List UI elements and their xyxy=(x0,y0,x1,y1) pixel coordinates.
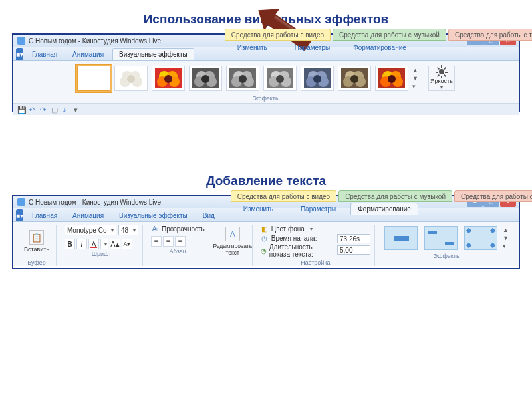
quick-access-toolbar: 💾 ↶ ↷ ▢ ♪ ▾ xyxy=(13,103,519,115)
duration-label: Длительность показа текста: xyxy=(269,243,328,258)
edit-text-icon: A xyxy=(225,227,240,241)
transparency-icon: Aᵢ xyxy=(151,225,159,233)
tab-home[interactable]: Главная xyxy=(25,209,64,221)
paint-icon: ◧ xyxy=(261,225,269,233)
panel-text: С Новым годом - Киностудия Windows Live … xyxy=(12,195,520,269)
align-left-button[interactable]: ≡ xyxy=(151,236,162,247)
heading-add-text: Добавление текста xyxy=(0,174,532,188)
group-label-settings: Настройка xyxy=(301,259,330,266)
gallery-expand[interactable]: ▾ xyxy=(412,83,420,90)
effect-original[interactable] xyxy=(152,66,185,91)
font-size-combo[interactable]: 48▾ xyxy=(118,225,138,235)
app-icon xyxy=(17,198,25,206)
tab-visual-effects[interactable]: Визуальные эффекты xyxy=(112,48,194,60)
contextual-music[interactable]: Средства для работы с музыкой xyxy=(332,29,446,41)
note-icon[interactable]: ♪ xyxy=(63,106,70,114)
bold-button[interactable]: B xyxy=(65,239,75,249)
effect-frost[interactable] xyxy=(114,66,148,91)
ribbon-tabs: ■▾ Главная Анимация Визуальные эффекты С… xyxy=(13,47,519,60)
group-label-font: Шрифт xyxy=(92,251,112,257)
tab-animation[interactable]: Анимация xyxy=(66,48,110,60)
text-effect-1[interactable] xyxy=(384,226,418,250)
increase-font-button[interactable]: A▴ xyxy=(110,239,120,249)
window-title: С Новым годом - Киностудия Windows Live xyxy=(29,37,161,45)
font-color-button[interactable]: A xyxy=(88,239,99,249)
app-menu-button[interactable]: ■▾ xyxy=(16,209,23,221)
effect-none[interactable] xyxy=(77,66,110,91)
text-effect-3[interactable] xyxy=(464,226,497,250)
brightness-button[interactable]: Яркость ▾ xyxy=(428,66,455,91)
contextual-video[interactable]: Средства для работы с видео xyxy=(225,29,331,41)
effect-warm[interactable] xyxy=(375,66,408,91)
transparency-label[interactable]: Прозрачность xyxy=(162,225,205,233)
edit-text-button[interactable]: A Редактировать текст xyxy=(217,225,248,258)
group-label-empty1 xyxy=(232,259,234,266)
effect-gray-2[interactable] xyxy=(226,66,259,91)
duration-icon: ◔ xyxy=(261,247,267,255)
text-gallery-up[interactable]: ▲ xyxy=(503,227,511,233)
contextual-text[interactable]: Средства для работы с текстом xyxy=(448,29,532,41)
effect-gray-3[interactable] xyxy=(263,66,297,91)
window-text: С Новым годом - Киностудия Windows Live … xyxy=(13,196,519,266)
font-color-expand[interactable]: ▾ xyxy=(100,239,108,249)
window-visual-effects: С Новым годом - Киностудия Windows Live … xyxy=(13,35,519,115)
window-title-2: С Новым годом - Киностудия Windows Live xyxy=(29,199,161,206)
start-time-value: 73,26s xyxy=(340,235,360,243)
subtab-edit[interactable]: Изменить xyxy=(231,203,286,215)
save-icon[interactable]: 💾 xyxy=(17,106,25,114)
start-time-input[interactable]: 73,26s xyxy=(337,234,370,243)
italic-button[interactable]: I xyxy=(76,239,87,249)
paste-button[interactable]: 📋 Вставить xyxy=(21,225,52,258)
brightness-icon xyxy=(436,66,447,76)
subtab-params[interactable]: Параметры xyxy=(288,203,348,215)
clipboard-icon: 📋 xyxy=(29,230,44,245)
tab-home[interactable]: Главная xyxy=(25,48,64,60)
ribbon-content-2: 📋 Вставить Буфер Monotype Co▾ 48▾ xyxy=(13,221,519,266)
effect-blue[interactable] xyxy=(301,66,334,91)
start-time-label: Время начала: xyxy=(271,235,317,242)
text-effect-2[interactable] xyxy=(424,226,458,250)
app-menu-button[interactable]: ■▾ xyxy=(16,48,23,60)
subtab-edit[interactable]: Изменить xyxy=(225,41,280,53)
app-icon xyxy=(17,37,25,45)
text-gallery-down[interactable]: ▼ xyxy=(503,235,511,241)
clock-icon: ◷ xyxy=(261,234,269,242)
group-label-effects: Эффекты xyxy=(253,95,280,102)
ribbon-tabs-2: ■▾ Главная Анимация Визуальные эффекты В… xyxy=(13,208,519,221)
effect-gray-1[interactable] xyxy=(189,66,222,91)
contextual-music[interactable]: Средства для работы с музыкой xyxy=(338,190,452,202)
tab-animation[interactable]: Анимация xyxy=(66,209,110,221)
subtab-format[interactable]: Форматирование xyxy=(350,203,418,215)
contextual-text[interactable]: Средства для работы с текстом xyxy=(454,190,532,202)
bg-color-row[interactable]: ◧ Цвет фона ▾ xyxy=(261,225,328,233)
font-name-value: Monotype Co xyxy=(67,227,106,234)
panel-visual-effects: С Новым годом - Киностудия Windows Live … xyxy=(12,33,520,112)
align-center-button[interactable]: ≡ xyxy=(163,236,174,247)
expand-icon[interactable]: ▾ xyxy=(74,106,82,114)
group-label-text-effects: Эффекты xyxy=(434,253,461,259)
redo-icon[interactable]: ↷ xyxy=(40,106,48,114)
bg-color-label: Цвет фона xyxy=(271,225,305,233)
subtab-params[interactable]: Параметры xyxy=(282,41,342,53)
ribbon-content: ▲ ▼ ▾ Яркость ▾ xyxy=(13,60,519,103)
brightness-label: Яркость xyxy=(430,78,453,84)
decrease-font-button[interactable]: A▾ xyxy=(122,239,132,249)
undo-icon[interactable]: ↶ xyxy=(29,106,37,114)
text-gallery-expand[interactable]: ▾ xyxy=(503,243,511,249)
effect-sepia[interactable] xyxy=(338,66,371,91)
contextual-video[interactable]: Средства для работы с видео xyxy=(231,190,336,202)
font-name-combo[interactable]: Monotype Co▾ xyxy=(65,225,116,235)
duration-input[interactable]: 5,00 xyxy=(337,245,370,255)
edit-text-label: Редактировать текст xyxy=(213,243,252,256)
subtab-format[interactable]: Форматирование xyxy=(344,41,415,53)
tab-view[interactable]: Вид xyxy=(196,209,221,221)
gallery-scroll-down[interactable]: ▼ xyxy=(412,75,420,82)
tab-visual-effects[interactable]: Визуальные эффекты xyxy=(112,209,194,221)
group-label-paragraph: Абзац xyxy=(170,248,186,255)
gallery-scroll-up[interactable]: ▲ xyxy=(412,67,420,74)
group-label-buffer: Буфер xyxy=(27,259,46,266)
duration-value: 5,00 xyxy=(340,247,352,254)
doc-icon[interactable]: ▢ xyxy=(51,106,59,114)
align-right-button[interactable]: ≡ xyxy=(175,236,186,247)
paste-label: Вставить xyxy=(24,246,49,253)
